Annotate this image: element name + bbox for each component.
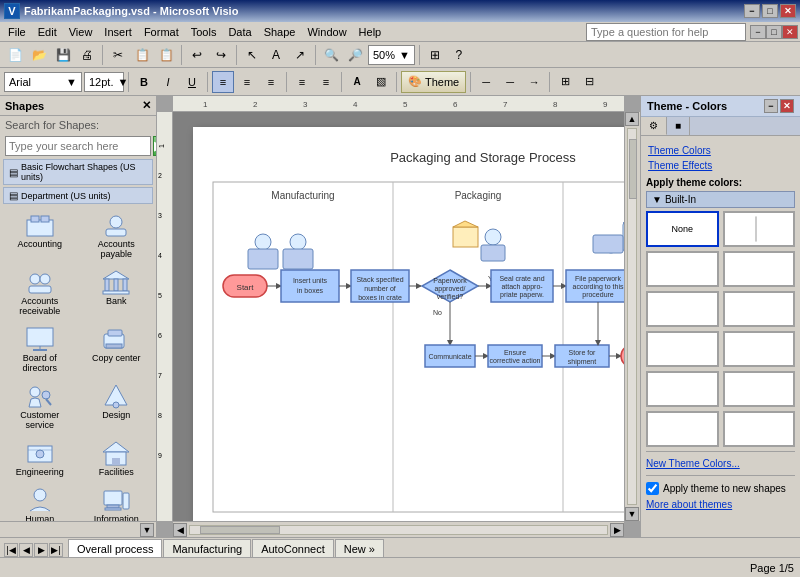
scroll-left-btn[interactable]: ◀ xyxy=(173,523,187,537)
diagram-page[interactable]: Packaging and Storage Process Manufactur… xyxy=(193,127,624,521)
open-btn[interactable]: 📂 xyxy=(28,44,50,66)
theme-tab-colors[interactable]: ■ xyxy=(667,117,690,135)
scroll-right-btn[interactable]: ▶ xyxy=(610,523,624,537)
bullet-btn[interactable]: ≡ xyxy=(291,71,313,93)
scrollbar-horizontal[interactable]: ◀ ▶ xyxy=(173,521,624,537)
help-btn[interactable]: ? xyxy=(448,44,470,66)
fill-color-btn[interactable]: ▧ xyxy=(370,71,392,93)
swatch-1[interactable] xyxy=(646,251,719,287)
connector-btn[interactable]: ↗ xyxy=(289,44,311,66)
align-right-btn[interactable]: ≡ xyxy=(260,71,282,93)
zoom-out-btn[interactable]: 🔎 xyxy=(344,44,366,66)
numbered-btn[interactable]: ≡ xyxy=(315,71,337,93)
menu-shape[interactable]: Shape xyxy=(258,24,302,40)
save-btn[interactable]: 💾 xyxy=(52,44,74,66)
theme-colors-link[interactable]: Theme Colors xyxy=(646,145,795,156)
menu-tools[interactable]: Tools xyxy=(185,24,223,40)
scroll-thumb-v[interactable] xyxy=(629,139,637,199)
shapes-close-icon[interactable]: ✕ xyxy=(142,99,151,112)
shape-search-input[interactable] xyxy=(5,136,151,156)
swatch-none[interactable]: None xyxy=(646,211,719,247)
swatch-0[interactable] xyxy=(723,211,796,247)
menu-view[interactable]: View xyxy=(63,24,99,40)
font-color-btn[interactable]: A xyxy=(346,71,368,93)
tab-manufacturing[interactable]: Manufacturing xyxy=(163,539,251,557)
scroll-down-btn[interactable]: ▼ xyxy=(625,507,639,521)
canvas-scroll-area[interactable]: Packaging and Storage Process Manufactur… xyxy=(173,112,624,521)
tab-autoconnect[interactable]: AutoConnect xyxy=(252,539,334,557)
help-search-input[interactable] xyxy=(586,23,746,41)
swatch-8[interactable] xyxy=(723,371,796,407)
help-panel-close[interactable]: ✕ xyxy=(782,25,798,39)
canvas-area[interactable]: 1 2 3 4 5 6 7 8 9 10 11 1 2 3 4 5 6 xyxy=(157,96,640,537)
shape-facilities[interactable]: Facilities xyxy=(79,435,155,481)
shape-accounts-receivable[interactable]: Accounts receivable xyxy=(2,264,78,320)
print-btn[interactable]: 🖨 xyxy=(76,44,98,66)
more-themes-link[interactable]: More about themes xyxy=(646,497,795,512)
shape-hr[interactable]: Human resources xyxy=(2,482,78,521)
align-center-btn[interactable]: ≡ xyxy=(236,71,258,93)
fullscreen-btn[interactable]: ⊞ xyxy=(424,44,446,66)
copy-btn[interactable]: 📋 xyxy=(131,44,153,66)
menu-window[interactable]: Window xyxy=(301,24,352,40)
shape-accounting[interactable]: Accounting xyxy=(2,207,78,263)
category-department[interactable]: ▤ Department (US units) xyxy=(3,187,153,204)
line-style-btn[interactable]: ─ xyxy=(475,71,497,93)
menu-data[interactable]: Data xyxy=(222,24,257,40)
maximize-btn[interactable]: □ xyxy=(762,4,778,18)
text-btn[interactable]: A xyxy=(265,44,287,66)
scroll-thumb-h[interactable] xyxy=(200,526,280,534)
swatch-2[interactable] xyxy=(723,251,796,287)
builtin-header[interactable]: ▼ Built-In xyxy=(646,191,795,208)
swatch-6[interactable] xyxy=(723,331,796,367)
tab-prev-btn[interactable]: ◀ xyxy=(19,543,33,557)
swatch-4[interactable] xyxy=(723,291,796,327)
swatch-5[interactable] xyxy=(646,331,719,367)
scroll-track-h[interactable] xyxy=(189,525,608,535)
menu-insert[interactable]: Insert xyxy=(98,24,138,40)
size-select[interactable]: 12pt. ▼ xyxy=(84,72,124,92)
help-panel-min[interactable]: − xyxy=(750,25,766,39)
underline-btn[interactable]: U xyxy=(181,71,203,93)
close-btn[interactable]: ✕ xyxy=(780,4,796,18)
distribute-btn[interactable]: ⊟ xyxy=(578,71,600,93)
swatch-10[interactable] xyxy=(723,411,796,447)
pointer-btn[interactable]: ↖ xyxy=(241,44,263,66)
shape-accounts-payable[interactable]: Accounts payable xyxy=(79,207,155,263)
theme-btn[interactable]: 🎨 Theme xyxy=(401,71,466,93)
scrollbar-vertical[interactable]: ▲ ▼ xyxy=(624,112,640,521)
tab-next-btn[interactable]: ▶ xyxy=(34,543,48,557)
cut-btn[interactable]: ✂ xyxy=(107,44,129,66)
new-theme-colors-link[interactable]: New Theme Colors... xyxy=(646,456,795,471)
tab-new[interactable]: New » xyxy=(335,539,384,557)
theme-tab-settings[interactable]: ⚙ xyxy=(641,117,667,135)
help-panel-max[interactable]: □ xyxy=(766,25,782,39)
tab-last-btn[interactable]: ▶| xyxy=(49,543,63,557)
swatch-3[interactable] xyxy=(646,291,719,327)
zoom-in-btn[interactable]: 🔍 xyxy=(320,44,342,66)
align-left-btn[interactable]: ≡ xyxy=(212,71,234,93)
menu-file[interactable]: File xyxy=(2,24,32,40)
italic-btn[interactable]: I xyxy=(157,71,179,93)
zoom-dropdown[interactable]: 50% ▼ xyxy=(368,45,415,65)
shape-customer-service[interactable]: Customer service xyxy=(2,378,78,434)
swatch-9[interactable] xyxy=(646,411,719,447)
redo-btn[interactable]: ↪ xyxy=(210,44,232,66)
line-weight-btn[interactable]: ─ xyxy=(499,71,521,93)
font-select[interactable]: Arial ▼ xyxy=(4,72,82,92)
menu-help[interactable]: Help xyxy=(353,24,388,40)
tab-overall-process[interactable]: Overall process xyxy=(68,539,162,557)
shape-info-services[interactable]: Information services xyxy=(79,482,155,521)
undo-btn[interactable]: ↩ xyxy=(186,44,208,66)
shape-board[interactable]: Board of directors xyxy=(2,321,78,377)
bold-btn[interactable]: B xyxy=(133,71,155,93)
shapes-scroll-down[interactable]: ▼ xyxy=(140,523,154,537)
shapes-scroll[interactable]: Accounting Accounts payable Accounts rec… xyxy=(0,205,156,521)
apply-new-shapes-checkbox[interactable] xyxy=(646,482,659,495)
tab-first-btn[interactable]: |◀ xyxy=(4,543,18,557)
shape-engineering[interactable]: Engineering xyxy=(2,435,78,481)
scroll-up-btn[interactable]: ▲ xyxy=(625,112,639,126)
theme-panel-min[interactable]: − xyxy=(764,99,778,113)
menu-edit[interactable]: Edit xyxy=(32,24,63,40)
paste-btn[interactable]: 📋 xyxy=(155,44,177,66)
